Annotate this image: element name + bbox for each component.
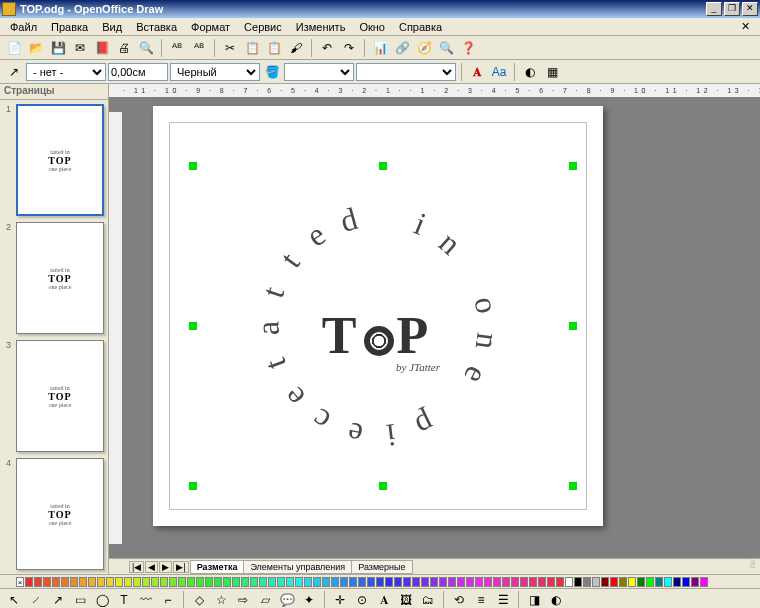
color-swatch[interactable] (250, 577, 258, 587)
handle-sw[interactable] (189, 482, 197, 490)
minimize-button[interactable]: _ (706, 2, 722, 16)
tab-layout[interactable]: Разметка (190, 560, 245, 574)
menu-edit[interactable]: Правка (45, 20, 94, 34)
zoom-icon[interactable]: 🔍 (436, 38, 456, 58)
glue-icon[interactable]: ⊙ (352, 590, 372, 609)
color-swatch[interactable] (151, 577, 159, 587)
help-icon[interactable]: ❓ (458, 38, 478, 58)
color-swatch[interactable] (691, 577, 699, 587)
color-swatch[interactable] (700, 577, 708, 587)
color-swatch[interactable] (547, 577, 555, 587)
color-swatch[interactable] (646, 577, 654, 587)
color-swatch[interactable] (52, 577, 60, 587)
color-swatch[interactable] (43, 577, 51, 587)
fill-style-select[interactable] (284, 63, 354, 81)
toggle-icon[interactable]: ◐ (520, 62, 540, 82)
print-icon[interactable]: 🖨 (114, 38, 134, 58)
fontwork-icon[interactable]: 𝐀 (374, 590, 394, 609)
color-swatch[interactable] (358, 577, 366, 587)
ellipse-icon[interactable]: ◯ (92, 590, 112, 609)
line-icon[interactable]: ⟋ (26, 590, 46, 609)
vertical-ruler[interactable] (109, 112, 123, 544)
color-swatch[interactable] (70, 577, 78, 587)
tab-controls[interactable]: Элементы управления (243, 560, 352, 574)
save-icon[interactable]: 💾 (48, 38, 68, 58)
basic-shapes-icon[interactable]: ◇ (189, 590, 209, 609)
color-swatch[interactable] (601, 577, 609, 587)
text-a-icon[interactable]: Aa (489, 62, 509, 82)
color-swatch[interactable] (592, 577, 600, 587)
color-swatch[interactable] (34, 577, 42, 587)
tab-nav-prev[interactable]: ◀ (145, 561, 158, 573)
redo-icon[interactable]: ↷ (339, 38, 359, 58)
color-swatch[interactable] (673, 577, 681, 587)
cut-icon[interactable]: ✂ (220, 38, 240, 58)
color-swatch[interactable] (313, 577, 321, 587)
color-swatch[interactable] (619, 577, 627, 587)
color-swatch[interactable] (196, 577, 204, 587)
slide-thumb-2[interactable]: 2 tatted inTOPone piece (4, 222, 104, 334)
color-swatch[interactable] (457, 577, 465, 587)
color-swatch[interactable] (241, 577, 249, 587)
restore-button[interactable]: ❐ (724, 2, 740, 16)
logo-object[interactable]: tatted in one piece TP by JTatter (238, 186, 518, 466)
color-swatch[interactable] (223, 577, 231, 587)
color-swatch[interactable] (160, 577, 168, 587)
color-swatch[interactable] (538, 577, 546, 587)
color-swatch[interactable] (124, 577, 132, 587)
menu-help[interactable]: Справка (393, 20, 448, 34)
new-icon[interactable]: 📄 (4, 38, 24, 58)
line-width-input[interactable] (108, 63, 168, 81)
menu-view[interactable]: Вид (96, 20, 128, 34)
color-swatch[interactable] (412, 577, 420, 587)
color-swatch[interactable] (439, 577, 447, 587)
extrude-icon[interactable]: ◨ (524, 590, 544, 609)
color-swatch[interactable] (286, 577, 294, 587)
color-swatch[interactable] (178, 577, 186, 587)
open-icon[interactable]: 📂 (26, 38, 46, 58)
spellcheck-icon[interactable]: ᴬᴮ (167, 38, 187, 58)
handle-e[interactable] (569, 322, 577, 330)
color-swatch[interactable] (322, 577, 330, 587)
color-swatch[interactable] (367, 577, 375, 587)
block-arrows-icon[interactable]: ⇨ (233, 590, 253, 609)
canvas-viewport[interactable]: tatted in one piece TP by JTatter (109, 98, 760, 558)
color-swatch[interactable] (259, 577, 267, 587)
color-swatch[interactable] (133, 577, 141, 587)
tab-dimensions[interactable]: Размерные (351, 560, 412, 574)
copy-icon[interactable]: 📋 (242, 38, 262, 58)
rotate-icon[interactable]: ⟲ (449, 590, 469, 609)
slide-thumb-1[interactable]: 1 tatted inTOPone piece (4, 104, 104, 216)
fontwork-a-icon[interactable]: 𝐀 (467, 62, 487, 82)
handle-nw[interactable] (189, 162, 197, 170)
color-swatch[interactable] (574, 577, 582, 587)
menu-window[interactable]: Окно (353, 20, 391, 34)
color-swatch[interactable] (394, 577, 402, 587)
color-swatch[interactable] (187, 577, 195, 587)
mail-icon[interactable]: ✉ (70, 38, 90, 58)
rect-icon[interactable]: ▭ (70, 590, 90, 609)
fill-color-select[interactable] (356, 63, 456, 81)
color-swatch[interactable] (205, 577, 213, 587)
color-swatch[interactable] (142, 577, 150, 587)
horizontal-ruler[interactable]: · 11 · 10 · 9 · 8 · 7 · 6 · 5 · 4 · 3 · … (109, 84, 760, 98)
slide-thumb-4[interactable]: 4 tatted inTOPone piece (4, 458, 104, 570)
pdf-icon[interactable]: 📕 (92, 38, 112, 58)
paste-icon[interactable]: 📋 (264, 38, 284, 58)
color-swatch[interactable] (214, 577, 222, 587)
line-arrow-icon[interactable]: ↗ (48, 590, 68, 609)
tab-nav-next[interactable]: ▶ (159, 561, 172, 573)
color-swatch[interactable] (61, 577, 69, 587)
color-bar[interactable]: × (0, 574, 760, 588)
color-swatch[interactable] (511, 577, 519, 587)
stars-icon[interactable]: ✦ (299, 590, 319, 609)
color-swatch[interactable] (232, 577, 240, 587)
color-swatch[interactable] (430, 577, 438, 587)
color-swatch[interactable] (484, 577, 492, 587)
gallery2-icon[interactable]: 🗂 (418, 590, 438, 609)
color-swatch[interactable] (475, 577, 483, 587)
color-swatch[interactable] (106, 577, 114, 587)
from-file-icon[interactable]: 🖼 (396, 590, 416, 609)
menu-insert[interactable]: Вставка (130, 20, 183, 34)
color-swatch[interactable] (169, 577, 177, 587)
